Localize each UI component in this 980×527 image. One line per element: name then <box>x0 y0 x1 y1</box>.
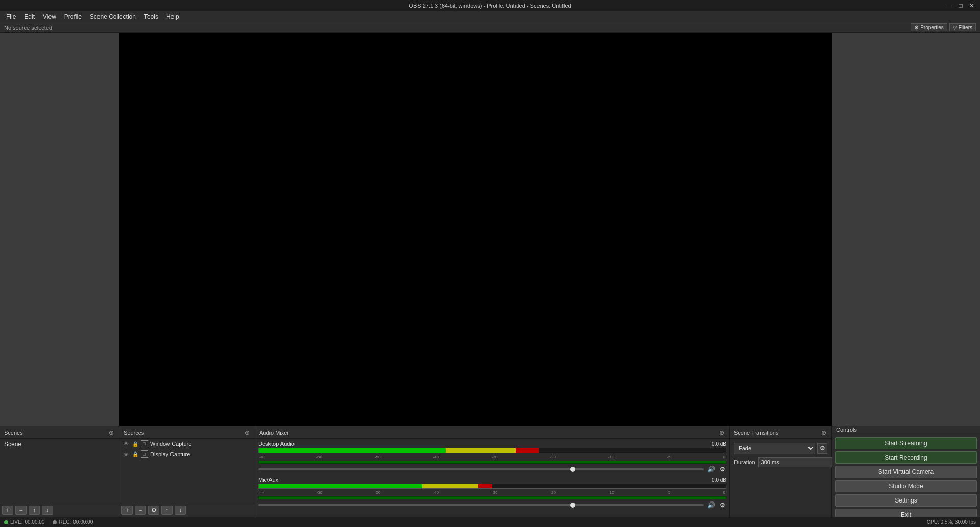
source-item-window-capture[interactable]: 👁 🔒 □ Window Capture <box>119 439 255 449</box>
add-source-button[interactable]: + <box>121 506 133 515</box>
audio-mixer-panel: Audio Mixer ⊕ Desktop Audio 0.0 dB <box>255 426 730 517</box>
audio-mixer-title: Audio Mixer <box>259 430 289 436</box>
add-scene-button[interactable]: + <box>2 506 13 515</box>
title-bar: OBS 27.1.3 (64-bit, windows) - Profile: … <box>0 0 980 11</box>
audio-mixer-icon[interactable]: ⊕ <box>718 429 725 436</box>
remove-source-button[interactable]: − <box>135 506 146 515</box>
right-panel <box>832 33 980 426</box>
mic-audio-blue-bar <box>258 496 726 499</box>
duration-label: Duration <box>734 459 755 465</box>
desktop-audio-channel: Desktop Audio 0.0 dB -∞-60-50-40-30-20-1… <box>258 441 726 473</box>
desktop-audio-settings-button[interactable]: ⚙ <box>718 465 726 473</box>
rec-indicator <box>53 520 57 524</box>
eye-icon: 👁 <box>122 440 130 447</box>
remove-scene-button[interactable]: − <box>15 506 27 515</box>
lock-icon-2: 🔒 <box>132 450 139 458</box>
eye-icon-2: 👁 <box>122 450 130 458</box>
mic-meter-yellow <box>422 484 478 488</box>
audio-mixer-header: Audio Mixer ⊕ <box>255 426 729 439</box>
menu-file[interactable]: File <box>2 12 20 21</box>
minimize-button[interactable]: ─ <box>945 2 953 10</box>
move-scene-down-button[interactable]: ↓ <box>42 506 53 515</box>
menu-scene-collection[interactable]: Scene Collection <box>86 12 140 21</box>
window-capture-icon: □ <box>141 440 148 447</box>
menu-profile[interactable]: Profile <box>60 12 86 21</box>
sources-footer: + − ⚙ ↑ ↓ <box>119 503 255 517</box>
desktop-meter-red <box>516 448 539 453</box>
studio-mode-button[interactable]: Studio Mode <box>835 480 977 492</box>
properties-button[interactable]: ⚙ Properties <box>911 23 947 31</box>
settings-button[interactable]: Settings <box>835 494 977 507</box>
move-scene-up-button[interactable]: ↑ <box>29 506 40 515</box>
scenes-footer: + − ↑ ↓ <box>0 503 119 517</box>
audio-content: Desktop Audio 0.0 dB -∞-60-50-40-30-20-1… <box>255 439 729 517</box>
transition-type-select[interactable]: Fade Cut Swipe Slide <box>734 443 815 454</box>
window-capture-label: Window Capture <box>150 441 191 447</box>
start-virtual-camera-button[interactable]: Start Virtual Camera <box>835 466 977 478</box>
desktop-audio-controls: 🔊 ⚙ <box>258 465 726 473</box>
transitions-panel-icon[interactable]: ⊕ <box>820 429 827 436</box>
start-recording-button[interactable]: Start Recording <box>835 451 977 464</box>
mic-aux-meter <box>258 484 726 489</box>
mic-aux-channel: Mic/Aux 0.0 dB -∞-60-50-40-30-20-10-50 <box>258 476 726 509</box>
start-streaming-button[interactable]: Start Streaming <box>835 437 977 449</box>
mic-volume-thumb[interactable] <box>570 503 575 508</box>
desktop-volume-thumb[interactable] <box>570 467 575 472</box>
mic-mute-button[interactable]: 🔊 <box>707 501 715 509</box>
move-source-down-button[interactable]: ↓ <box>175 506 186 515</box>
maximize-button[interactable]: □ <box>957 2 965 10</box>
sources-panel-icon[interactable]: ⊕ <box>243 429 251 436</box>
preview-area <box>119 33 832 426</box>
live-label: LIVE: <box>10 519 22 525</box>
menu-edit[interactable]: Edit <box>20 12 39 21</box>
filter-icon: ▽ <box>953 24 957 30</box>
menu-view[interactable]: View <box>39 12 60 21</box>
rec-label: REC: <box>59 519 71 525</box>
menu-tools[interactable]: Tools <box>140 12 162 21</box>
duration-input[interactable] <box>758 457 834 467</box>
scene-transitions-panel: Scene Transitions ⊕ Fade Cut Swipe Slide… <box>730 426 832 517</box>
mic-aux-scale: -∞-60-50-40-30-20-10-50 <box>258 490 726 495</box>
cpu-status: CPU: 0.5%, 30.00 fps <box>927 519 976 525</box>
sources-panel-header: Sources ⊕ <box>119 426 255 439</box>
mic-aux-controls: 🔊 ⚙ <box>258 501 726 509</box>
preview-canvas <box>119 33 832 426</box>
rec-status: REC: 00:00:00 <box>53 519 93 525</box>
scenes-list: Scene <box>0 439 119 503</box>
mic-aux-db: 0.0 dB <box>712 477 726 483</box>
sources-panel: Sources ⊕ 👁 🔒 □ Window Capture 👁 🔒 □ Dis… <box>119 426 255 517</box>
desktop-audio-name: Desktop Audio <box>258 441 295 447</box>
mic-meter-red <box>478 484 492 488</box>
scenes-panel-title: Scenes <box>4 430 23 436</box>
desktop-audio-blue-bar <box>258 461 726 464</box>
source-settings-button[interactable]: ⚙ <box>148 506 159 515</box>
transition-settings-button[interactable]: ⚙ <box>817 443 827 454</box>
desktop-mute-button[interactable]: 🔊 <box>707 465 715 473</box>
duration-row: Duration ▲ ▼ <box>734 457 827 467</box>
desktop-audio-scale: -∞-60-50-40-30-20-10-50 <box>258 455 726 459</box>
transitions-panel-header: Scene Transitions ⊕ <box>730 426 831 439</box>
menu-help[interactable]: Help <box>162 12 183 21</box>
mic-audio-settings-button[interactable]: ⚙ <box>718 501 726 509</box>
rec-time: 00:00:00 <box>73 519 93 525</box>
scene-item[interactable]: Scene <box>0 439 119 450</box>
mic-volume-slider[interactable] <box>258 504 704 506</box>
left-panel <box>0 33 119 426</box>
no-source-label: No source selected <box>4 24 52 31</box>
mic-aux-name: Mic/Aux <box>258 476 278 483</box>
source-item-display-capture[interactable]: 👁 🔒 □ Display Capture <box>119 449 255 459</box>
scenes-panel: Scenes ⊕ Scene + − ↑ ↓ <box>0 426 119 517</box>
close-button[interactable]: ✕ <box>968 2 976 10</box>
desktop-meter-green <box>259 448 446 453</box>
window-controls[interactable]: ─ □ ✕ <box>945 2 976 10</box>
live-time: 00:00:00 <box>24 519 44 525</box>
desktop-volume-slider[interactable] <box>258 468 704 470</box>
move-source-up-button[interactable]: ↑ <box>161 506 173 515</box>
scenes-panel-icon[interactable]: ⊕ <box>108 429 115 436</box>
desktop-audio-meter <box>258 448 726 453</box>
sources-panel-title: Sources <box>124 430 144 436</box>
cpu-label: CPU: 0.5%, 30.00 fps <box>927 519 976 525</box>
filters-button[interactable]: ▽ Filters <box>949 23 976 31</box>
controls-panel-header: Controls <box>832 426 980 433</box>
sources-list: 👁 🔒 □ Window Capture 👁 🔒 □ Display Captu… <box>119 439 255 503</box>
